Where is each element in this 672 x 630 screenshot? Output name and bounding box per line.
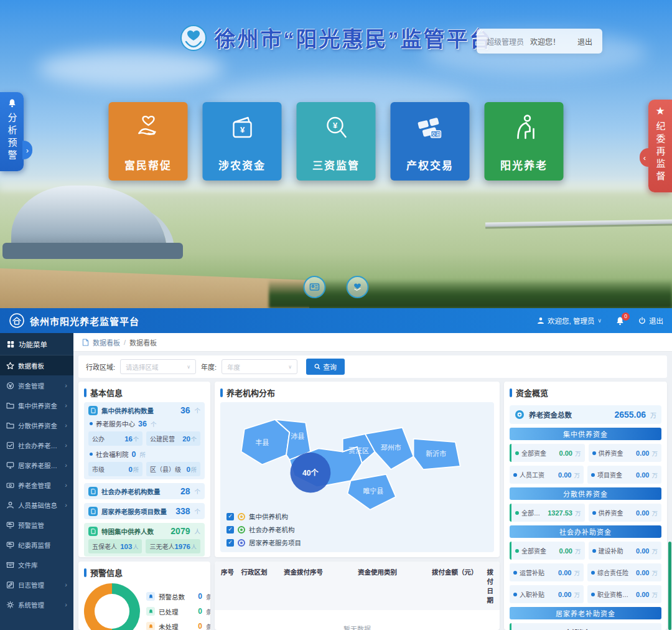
tile-label: 阳光养老: [500, 157, 548, 172]
panel-title: 基本信息: [90, 387, 123, 398]
legend-centralized-institutions[interactable]: ✓ 集中供养机构: [226, 512, 301, 521]
chevron-right-icon: ›: [65, 402, 67, 409]
query-button[interactable]: 查询: [306, 359, 345, 375]
chevron-left-icon: ‹: [640, 148, 650, 167]
chevron-right-icon: ›: [65, 501, 67, 509]
tile-label: 三资监管: [312, 157, 360, 172]
stat-unit: 个: [194, 406, 200, 415]
sidebar-item-dispersed-funds[interactable]: 分散供养资金 ›: [0, 415, 73, 435]
tile-fumin-bangcu[interactable]: 富民帮促: [109, 102, 188, 181]
sidebar-item-funds-mgmt[interactable]: 资金管理 ›: [0, 375, 73, 395]
sidebar-item-warning-supervision[interactable]: 预警监管: [0, 515, 73, 535]
search-yuan-icon: ¥: [321, 112, 351, 144]
sidebar-item-data-board[interactable]: 数据看板: [0, 355, 73, 375]
checkbox-checked-icon[interactable]: ✓: [226, 526, 234, 534]
region-placeholder: 请选择区域: [126, 362, 159, 372]
breadcrumb-root[interactable]: 数据看板: [93, 337, 120, 347]
page: 徐州市“阳光惠民”监管平台 超级管理员 欢迎您！ 退出 分析预警 › ★ 纪委再…: [0, 0, 672, 630]
health-heart-circle-button[interactable]: [347, 276, 369, 298]
sidebar-item-discipline-supervision[interactable]: 纪委再监督: [0, 535, 73, 555]
sidebar-item-personnel-info[interactable]: 人员基础信息 ›: [0, 495, 73, 515]
logout-button[interactable]: 退出: [638, 316, 663, 326]
ribbon-label: 纪委再监督: [656, 121, 665, 184]
table-empty-state: 暂无数据: [215, 610, 500, 630]
column-header: 行政区划: [241, 567, 284, 604]
year-select[interactable]: 年度 ∨: [222, 359, 297, 374]
title-accent: [510, 388, 512, 397]
scrollbar-thumb[interactable]: [668, 542, 671, 630]
banknote-icon: [6, 481, 14, 489]
sidebar-item-label: 日志管理: [18, 580, 44, 590]
sub-label: 社会福利院: [96, 449, 129, 459]
idcard-circle-button[interactable]: [304, 276, 326, 298]
fund-stat-full: 全部资金0.00万: [510, 623, 661, 630]
sidebar-item-system-mgmt[interactable]: 系统管理 ›: [0, 595, 73, 614]
power-icon: [638, 317, 646, 324]
user-icon: [6, 501, 14, 509]
fund-stat: 建设补助0.00万: [589, 542, 662, 560]
fund-stat: 全部资金1327.53万: [510, 504, 585, 522]
section-header-dispersed: 分散供养资金: [510, 487, 661, 500]
caret-down-icon: ∨: [597, 317, 602, 324]
hero-logout-button[interactable]: 退出: [577, 36, 592, 47]
tile-yangguang-yanglao[interactable]: 阳光养老: [485, 102, 564, 181]
legend-homecare-projects[interactable]: ✓ 居家养老服务项目: [226, 538, 301, 547]
column-header: 序号: [221, 567, 241, 604]
checkbox-doc-icon: [6, 441, 14, 449]
mini-stat: 市级0所: [88, 462, 142, 476]
legend-social-institutions[interactable]: ✓ 社会办养老机构: [226, 525, 301, 534]
region-select[interactable]: 请选择区域 ∨: [120, 359, 196, 374]
bell-icon: [146, 607, 155, 616]
welcome-text: 欢迎您！: [530, 36, 560, 47]
sub-value: 36: [138, 420, 147, 428]
dashboard-header: 徐州市阳光养老监管平台 欢迎您, 管理员 ∨ 0 退出: [0, 308, 672, 333]
document-icon: [82, 339, 89, 346]
warning-donut-chart: [84, 583, 140, 630]
column-header: 拨付金额（元）: [432, 567, 487, 604]
checkbox-checked-icon[interactable]: ✓: [226, 539, 234, 547]
sub-unit: 个: [151, 420, 157, 428]
checkbox-checked-icon[interactable]: ✓: [226, 513, 234, 520]
fund-stat: 供养资金0.00万: [589, 504, 662, 522]
tile-label: 富民帮促: [124, 157, 172, 172]
analysis-warning-ribbon[interactable]: 分析预警 ›: [0, 92, 24, 171]
map-label: 新沂市: [426, 449, 446, 458]
sidebar-item-home-care-projects[interactable]: 居家养老服务项目 ›: [0, 455, 73, 475]
warning-stat-total: 预警总数 0 条: [146, 592, 210, 601]
chevron-right-icon: ›: [22, 141, 32, 159]
portal-tiles: 富民帮促 ¥ 涉农资金 ¥ 三资监管: [109, 102, 564, 181]
sidebar-item-centralized-funds[interactable]: 集中供养资金 ›: [0, 395, 73, 415]
breadcrumb-separator: /: [124, 339, 126, 346]
tile-sanzi-jianguan[interactable]: ¥ 三资监管: [297, 102, 376, 181]
sidebar-item-file-library[interactable]: 文件库: [0, 555, 73, 575]
basic-info-panel: 基本信息 集中供养机构数量 36 个 养老服务: [78, 382, 210, 557]
hero-landing: 徐州市“阳光惠民”监管平台 超级管理员 欢迎您！ 退出 分析预警 › ★ 纪委再…: [0, 0, 672, 308]
column-header: 资金拨付序号: [284, 567, 358, 604]
map-label: 丰县: [255, 439, 269, 446]
notification-badge: 0: [622, 313, 630, 321]
discipline-supervision-ribbon[interactable]: ★ 纪委再监督 ‹: [648, 100, 672, 192]
promenade: [0, 268, 309, 308]
folder-icon: [6, 402, 14, 410]
platform-logo-icon: [180, 24, 207, 52]
caret-down-icon: ∨: [187, 364, 190, 370]
sidebar-item-label: 集中供养资金: [18, 401, 57, 410]
sidebar: 功能菜单 数据看板 资金管理 › 集中供养资金 ›: [0, 333, 73, 630]
funds-total: 养老资金总数 2655.06 万: [510, 405, 661, 424]
sub-value: 0: [132, 450, 136, 459]
notifications-bell[interactable]: 0: [615, 316, 625, 326]
sidebar-item-social-institutions[interactable]: 社会办养老机构 ›: [0, 435, 73, 455]
sidebar-item-log-mgmt[interactable]: 日志管理 ›: [0, 575, 73, 595]
gear-icon: [6, 601, 14, 609]
tile-shenong-zijin[interactable]: ¥ 涉农资金: [203, 102, 282, 181]
dashboard-title: 徐州市阳光养老监管平台: [30, 314, 139, 327]
mini-stat: 区（县）级0所: [146, 462, 200, 476]
fund-stat: 全部资金0.00万: [510, 542, 585, 560]
party-emblem-icon: ★: [655, 106, 665, 116]
tile-chanquan-jiaoyi[interactable]: 交易 产权交易: [391, 102, 470, 181]
bullet: [90, 453, 93, 456]
sidebar-item-pension-mgmt[interactable]: 养老金管理 ›: [0, 475, 73, 495]
user-menu[interactable]: 欢迎您, 管理员 ∨: [537, 316, 602, 326]
doc-icon: [88, 527, 98, 536]
tile-label: 涉农资金: [218, 157, 266, 172]
